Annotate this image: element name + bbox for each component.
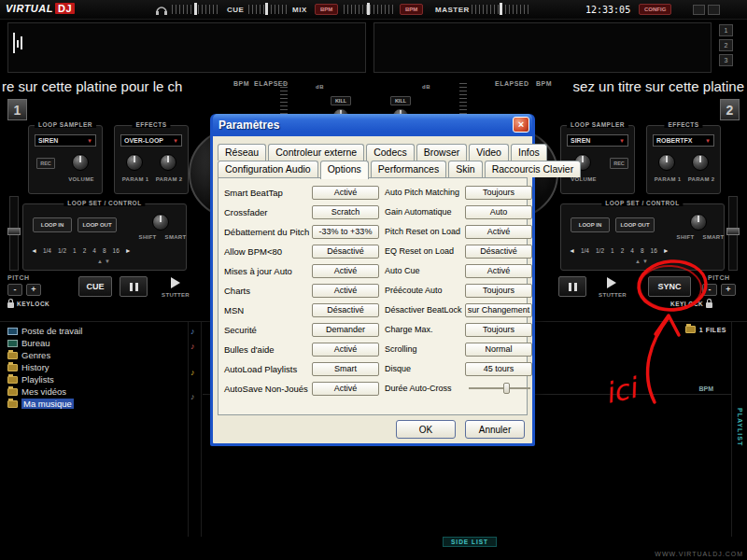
setting-value-button[interactable]: Normal bbox=[465, 343, 532, 357]
close-icon[interactable]: × bbox=[513, 117, 529, 133]
setting-value-button[interactable]: Désactivé bbox=[465, 245, 532, 259]
tree-item-mes-videos[interactable]: Mes vidéos bbox=[7, 385, 185, 398]
tab-options-active[interactable]: Options bbox=[320, 161, 369, 179]
loop-length-value[interactable]: 2 bbox=[83, 247, 87, 254]
tab-raccourcis-clavier[interactable]: Raccourcis Clavier bbox=[485, 161, 582, 177]
stutter-play-button-left[interactable] bbox=[163, 274, 188, 291]
updown-icon[interactable]: ▲▼ bbox=[97, 259, 112, 264]
pitch-slider-left[interactable] bbox=[9, 196, 19, 271]
sampler-volume-knob[interactable] bbox=[72, 154, 89, 171]
dialog-titlebar[interactable]: Paramètres × bbox=[213, 114, 532, 136]
tab-performances[interactable]: Performances bbox=[371, 161, 446, 177]
note-tool-icon[interactable]: ♪ bbox=[190, 328, 195, 336]
param1-knob[interactable] bbox=[126, 154, 143, 171]
note-tool-icon[interactable]: ♪ bbox=[190, 343, 195, 351]
note-tool-icon[interactable]: ♪ bbox=[190, 369, 195, 377]
tab-infos[interactable]: Infos bbox=[511, 144, 547, 161]
setting-value-button[interactable]: Désactivé bbox=[312, 303, 379, 317]
pitch-plus-button[interactable]: + bbox=[721, 284, 736, 296]
setting-value-button[interactable]: sur Changement bbox=[465, 303, 532, 317]
sync-button[interactable]: SYNC bbox=[648, 276, 691, 297]
slider-thumb[interactable] bbox=[500, 3, 502, 15]
loop-out-button[interactable]: LOOP OUT bbox=[78, 217, 117, 232]
param1-knob[interactable] bbox=[658, 154, 675, 171]
slider-thumb[interactable] bbox=[194, 3, 197, 15]
keylock-toggle-left[interactable]: KEYLOCK bbox=[7, 300, 49, 308]
autocross-slider[interactable] bbox=[467, 382, 532, 395]
setting-value-button[interactable]: Toujours bbox=[465, 284, 532, 298]
loop-knob[interactable] bbox=[690, 214, 707, 231]
loop-length-value[interactable]: 16 bbox=[113, 247, 120, 254]
tab-configuration-audio[interactable]: Configuration Audio bbox=[218, 161, 318, 177]
setting-value-button[interactable]: Activé bbox=[312, 284, 379, 298]
window-button-2[interactable] bbox=[708, 5, 720, 15]
loop-length-value[interactable]: 16 bbox=[651, 247, 657, 254]
loop-out-button[interactable]: LOOP OUT bbox=[615, 217, 655, 232]
tab-reseau[interactable]: Réseau bbox=[218, 144, 266, 161]
kill-button[interactable]: KILL bbox=[390, 96, 411, 105]
rec-button[interactable]: REC bbox=[610, 158, 628, 169]
tree-item-playlists[interactable]: Playlists bbox=[7, 373, 185, 385]
rec-button[interactable]: REC bbox=[36, 158, 55, 169]
setting-value-button[interactable]: Désactivé bbox=[312, 245, 379, 259]
loop-length-value[interactable]: 2 bbox=[621, 247, 625, 254]
loop-length-value[interactable]: 1/2 bbox=[596, 247, 604, 254]
pitch-minus-button[interactable]: - bbox=[702, 284, 717, 296]
setting-value-button[interactable]: Smart bbox=[312, 362, 379, 376]
param2-knob[interactable] bbox=[692, 154, 709, 171]
loop-length-value[interactable]: 1/4 bbox=[581, 247, 589, 254]
window-button-1[interactable] bbox=[693, 5, 705, 15]
cue-mix-slider[interactable] bbox=[248, 5, 288, 14]
loop-length-value[interactable]: 1 bbox=[611, 247, 614, 254]
pause-button-left[interactable] bbox=[120, 276, 148, 297]
setting-value-button[interactable]: Demander bbox=[312, 323, 379, 337]
slider-thumb[interactable] bbox=[367, 3, 370, 15]
tab-browser[interactable]: Browser bbox=[416, 144, 468, 161]
ok-button[interactable]: OK bbox=[396, 420, 456, 439]
cue-button-left[interactable]: CUE bbox=[78, 276, 112, 297]
crossfader-slider[interactable] bbox=[344, 5, 394, 14]
pitch-thumb[interactable] bbox=[7, 228, 21, 235]
setting-value-button[interactable]: Auto bbox=[465, 205, 532, 219]
tab-controleur-externe[interactable]: Controleur externe bbox=[268, 144, 364, 161]
updown-icon[interactable]: ▲▼ bbox=[635, 259, 650, 264]
setting-value-button[interactable]: 45 tours bbox=[465, 362, 532, 376]
param2-knob[interactable] bbox=[160, 154, 176, 171]
loop-length-value[interactable]: 4 bbox=[630, 247, 634, 254]
setting-value-button[interactable]: Activé bbox=[465, 264, 532, 278]
config-button[interactable]: CONFIG bbox=[639, 4, 671, 15]
loop-length-value[interactable]: 8 bbox=[641, 247, 644, 254]
master-volume-slider[interactable] bbox=[472, 5, 529, 14]
shift-label[interactable]: SHIFT bbox=[135, 234, 160, 240]
bpm-button-left[interactable]: BPM bbox=[315, 4, 338, 15]
pitch-minus-button[interactable]: - bbox=[7, 284, 22, 296]
arrow-left-icon[interactable]: ◄ bbox=[569, 247, 575, 254]
loop-length-value[interactable]: 8 bbox=[103, 247, 106, 254]
tab-video[interactable]: Video bbox=[469, 144, 509, 161]
setting-value-button[interactable]: Activé bbox=[312, 186, 379, 200]
setting-value-button[interactable]: -33% to +33% bbox=[312, 225, 379, 239]
tab-codecs[interactable]: Codecs bbox=[366, 144, 415, 161]
beat-preset-button[interactable]: 3 bbox=[719, 54, 733, 66]
effect-select[interactable]: ROBERTFX ▼ bbox=[653, 134, 714, 147]
setting-value-button[interactable]: Activé bbox=[312, 382, 379, 396]
setting-value-button[interactable]: Activé bbox=[312, 264, 379, 278]
arrow-right-icon[interactable]: ► bbox=[663, 247, 669, 254]
tree-item-poste-de-travail[interactable]: Poste de travail bbox=[7, 325, 185, 337]
pitch-plus-button[interactable]: + bbox=[26, 284, 41, 296]
cancel-button[interactable]: Annuler bbox=[465, 420, 525, 439]
kill-button[interactable]: KILL bbox=[331, 96, 351, 105]
loop-length-value[interactable]: 1/2 bbox=[58, 247, 66, 254]
effect-select[interactable]: OVER-LOOP ▼ bbox=[120, 134, 182, 147]
loop-in-button[interactable]: LOOP IN bbox=[33, 217, 72, 232]
keylock-toggle-right[interactable]: KEYLOCK bbox=[670, 300, 712, 308]
loop-knob[interactable] bbox=[152, 214, 169, 231]
tree-item-ma-musique-selected[interactable]: Ma musique bbox=[7, 398, 185, 410]
arrow-right-icon[interactable]: ► bbox=[125, 247, 132, 254]
tree-item-bureau[interactable]: Bureau bbox=[7, 337, 185, 349]
loop-length-value[interactable]: 4 bbox=[92, 247, 96, 254]
tree-item-genres[interactable]: Genres bbox=[7, 349, 185, 361]
tab-skin[interactable]: Skin bbox=[448, 161, 482, 177]
setting-value-button[interactable]: Toujours bbox=[465, 186, 532, 200]
beat-preset-button[interactable]: 2 bbox=[719, 39, 733, 51]
